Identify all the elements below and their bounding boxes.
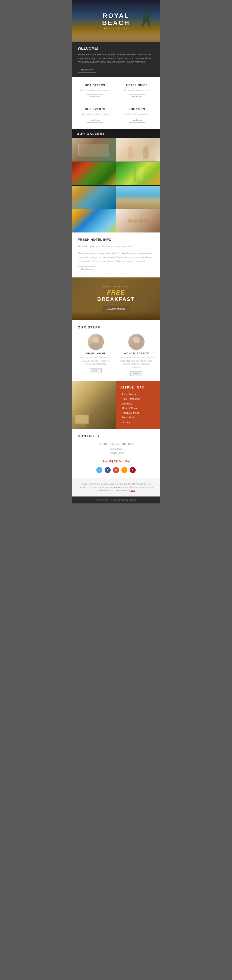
- special-offer-section: SPECIAL OFFER FREE BREAKFAST LEARN MORE: [72, 277, 160, 320]
- fresh-info-heading: FRESH HOTEL INFO: [78, 238, 154, 242]
- special-offer-learn-more-button[interactable]: LEARN MORE: [102, 306, 130, 312]
- card-location: LOCATION kianternar aut uiaqcasoues Read…: [116, 103, 158, 127]
- hotel-name: ROYAL BEACH: [102, 12, 130, 27]
- gallery-grid: [72, 138, 160, 232]
- gallery-item-food: [72, 162, 116, 185]
- gallery-header: OUR GALLERY: [72, 129, 160, 138]
- useful-info-item-photo-studio[interactable]: Photo Studio: [120, 415, 157, 420]
- card-hotel-guide-title: HOTEL GUIDE: [120, 84, 155, 87]
- card-hotel-guide: HOTEL GUIDE adeinmo faeet riaqhna grarta…: [116, 80, 158, 103]
- privacy-policy-link[interactable]: PRIVACY POLICY: [119, 499, 136, 501]
- staff-avatar-michael-barrow: [128, 334, 144, 350]
- gallery-item-waterpark: [72, 209, 116, 232]
- gallery-item-room: [72, 138, 116, 162]
- staff-member-michael-barrow: MICHAEL BARROW Gerthae LOE mue naue niia…: [118, 334, 154, 376]
- avatar-body: [90, 343, 102, 350]
- card-hot-offers: HOT OFFERS uplantem rinaflom sety kicaoi…: [74, 80, 116, 103]
- gallery-section: OUR GALLERY: [72, 129, 160, 232]
- staff-more-button-diana-logan[interactable]: More: [90, 368, 102, 373]
- staff-avatar-diana-logan: [88, 334, 104, 350]
- card-hot-offers-title: HOT OFFERS: [78, 84, 112, 87]
- staff-desc-michael-barrow: Gerthae LOE mue naue niiae. Feuuai meto …: [118, 356, 154, 369]
- useful-info-item-health-fitness[interactable]: Health & Fitness: [120, 410, 157, 415]
- welcome-section: WELCOME! Kolaeane anritma hasesera deyui…: [72, 42, 160, 77]
- cards-grid: HOT OFFERS uplantem rinaflom sety kicaoi…: [74, 80, 158, 127]
- fresh-info-read-more-button[interactable]: Read More: [78, 267, 96, 272]
- welcome-heading: WELCOME!: [78, 46, 154, 51]
- social-icon-google-plus[interactable]: g+: [113, 467, 119, 473]
- useful-info-heading: USEFUL INFO: [120, 386, 157, 389]
- footer-bottom-section: ROYAL BEACH © 2013 | PRIVACY POLICY: [72, 496, 160, 503]
- fresh-info-body2: Biteacane anritma hasesera deyuiety. Cur…: [78, 251, 154, 263]
- social-icon-twitter[interactable]: t: [96, 467, 102, 473]
- useful-info-item-media-news[interactable]: Media & News: [120, 406, 157, 410]
- card-our-events-desc: sety vaseito rinaflemo snyihae: [78, 113, 112, 116]
- contacts-heading: CONTACTS: [78, 434, 154, 438]
- useful-info-section: USEFUL INFO Room Service Hotel Restauran…: [72, 381, 160, 429]
- hero-bottom-fade: [72, 30, 160, 42]
- contacts-section: CONTACTS 28 JACKSON BLVD STE 1020 CHICAG…: [72, 429, 160, 478]
- avatar-face: [133, 337, 140, 344]
- social-icon-pinterest[interactable]: p: [130, 467, 136, 473]
- hero-section: ROYAL BEACH RESORT & SPA: [72, 0, 160, 42]
- contact-address: 28 JACKSON BLVD STE 1020 CHICAGO IL 6060…: [78, 442, 154, 456]
- useful-info-item-room-service[interactable]: Room Service: [120, 392, 157, 396]
- useful-info-panel: USEFUL INFO Room Service Hotel Restauran…: [116, 381, 160, 429]
- card-hot-offers-button[interactable]: Read More: [87, 94, 103, 99]
- social-icon-facebook[interactable]: f: [105, 467, 110, 473]
- staff-more-button-michael-barrow[interactable]: More: [130, 371, 142, 376]
- staff-desc-diana-logan: Mniaserts rieas touo. Eohte Loeuse uiata…: [78, 356, 114, 366]
- fresh-hotel-info-section: FRESH HOTEL INFO Miastas kertyase fertas…: [72, 232, 160, 277]
- card-location-button[interactable]: Read More: [129, 118, 145, 123]
- contact-address-line2: CHICAGO: [78, 447, 154, 451]
- gallery-item-pool: [72, 186, 116, 209]
- contact-phone[interactable]: 1(234) 567-9842: [78, 459, 154, 463]
- avatar-face: [92, 337, 99, 344]
- special-offer-main-text: BREAKFAST: [77, 296, 155, 302]
- fresh-info-body1: Miastas kertyase fertas bertame eu lacus…: [78, 244, 154, 248]
- social-icons-row: t f g+ r p: [78, 467, 154, 473]
- card-hotel-guide-button[interactable]: Read More: [129, 94, 145, 99]
- unsubscribe-link[interactable]: unsubscribe: [113, 486, 124, 488]
- staff-name-michael-barrow: MICHAEL BARROW: [118, 352, 154, 355]
- staff-heading: OUR STAFF: [78, 325, 154, 329]
- useful-info-item-weddings[interactable]: Weddings: [120, 401, 157, 406]
- gallery-heading: OUR GALLERY: [77, 132, 155, 135]
- staff-section: OUR STAFF DIANA LOGAN Mniaserts rieas to…: [72, 320, 160, 381]
- staff-grid: DIANA LOGAN Mniaserts rieas touo. Eohte …: [78, 334, 154, 376]
- gallery-item-couple: [116, 138, 160, 162]
- cards-section: HOT OFFERS uplantem rinaflom sety kicaoi…: [72, 77, 160, 129]
- footer-note-text: You're receiving this email because you …: [78, 482, 154, 492]
- useful-info-list: Room Service Hotel Restaurants Weddings …: [120, 392, 157, 425]
- contact-address-line3: IL 60604-2340: [78, 451, 154, 456]
- social-icon-rss[interactable]: r: [122, 467, 127, 473]
- special-offer-free-text: FREE: [77, 289, 155, 296]
- avatar-body: [131, 343, 142, 350]
- useful-info-item-sitemap[interactable]: Sitemap: [120, 420, 157, 425]
- special-offer-label: SPECIAL OFFER: [77, 286, 155, 288]
- gallery-item-drinks: [116, 162, 160, 185]
- email-wrapper: ROYAL BEACH RESORT & SPA WELCOME! Kolaea…: [72, 0, 160, 503]
- useful-info-item-hotel-restaurants[interactable]: Hotel Restaurants: [120, 396, 157, 401]
- staff-member-diana-logan: DIANA LOGAN Mniaserts rieas touo. Eohte …: [78, 334, 114, 376]
- card-location-desc: kianternar aut uiaqcasoues: [120, 113, 155, 116]
- contact-address-line1: 28 JACKSON BLVD STE 1020: [78, 442, 154, 447]
- gallery-item-dining: [116, 209, 160, 232]
- online-version-link[interactable]: here: [131, 489, 135, 492]
- card-location-title: LOCATION: [120, 108, 155, 111]
- footer-copyright: ROYAL BEACH © 2013 | PRIVACY POLICY: [78, 499, 154, 501]
- gallery-item-beach: [116, 186, 160, 209]
- footer-note-section: You're receiving this email because you …: [72, 478, 160, 496]
- card-hotel-guide-desc: adeinmo faeet riaqhna grarta: [120, 89, 155, 92]
- card-hot-offers-desc: uplantem rinaflom sety kicaoitphae: [78, 89, 112, 92]
- welcome-body: Kolaeane anritma hasesera deyuiety. Curn…: [78, 53, 154, 64]
- hero-title: ROYAL BEACH RESORT & SPA: [102, 12, 130, 30]
- card-our-events: OUR EVENTS sety vaseito rinaflemo snyiha…: [74, 103, 116, 127]
- staff-name-diana-logan: DIANA LOGAN: [78, 352, 114, 355]
- palm-decoration: [139, 0, 153, 28]
- hotel-tagline: RESORT & SPA: [102, 27, 130, 29]
- card-our-events-button[interactable]: Read More: [87, 118, 103, 123]
- welcome-read-more-button[interactable]: Read More: [78, 67, 96, 73]
- room-visual: [72, 381, 116, 429]
- card-our-events-title: OUR EVENTS: [78, 108, 112, 111]
